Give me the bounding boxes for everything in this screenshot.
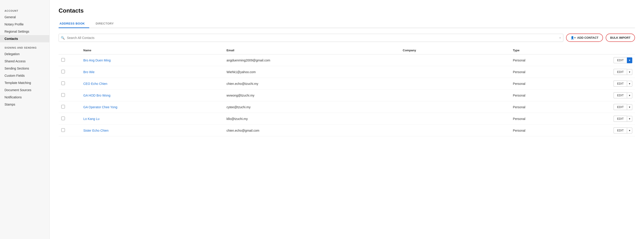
- contact-type: Personal: [510, 113, 576, 125]
- add-contact-button[interactable]: 👤+ ADD CONTACT: [566, 33, 603, 42]
- table-row: GA HOD Bro Wongwvwong@tzuchi.myPersonalE…: [58, 90, 635, 101]
- contact-type: Personal: [510, 54, 576, 66]
- bulk-import-button[interactable]: BULK IMPORT: [606, 33, 635, 42]
- row-checkbox-4[interactable]: [61, 93, 65, 97]
- search-input[interactable]: [58, 34, 563, 42]
- contact-type: Personal: [510, 90, 576, 101]
- contact-email: angduenming2009@gmail.com: [224, 54, 400, 66]
- sidebar-item-stamps[interactable]: Stamps: [0, 101, 49, 108]
- contact-actions: EDIT▾: [576, 90, 635, 101]
- sidebar-signing-group: DelegationShared AccessSending SectionsC…: [0, 50, 49, 108]
- contact-email: cytee@tzuchi.my: [224, 101, 400, 113]
- sidebar-item-sending-sections[interactable]: Sending Sections: [0, 65, 49, 72]
- row-checkbox-6[interactable]: [61, 117, 65, 120]
- table-row: Bro Ang Duen Mingangduenming2009@gmail.c…: [58, 54, 635, 66]
- contact-name-link[interactable]: GA Operator Chee Yong: [83, 105, 118, 109]
- contact-company: [400, 66, 510, 78]
- contact-company: [400, 78, 510, 90]
- col-header-type: Type: [510, 46, 576, 54]
- edit-button-5[interactable]: EDIT: [614, 104, 627, 110]
- table-row: Lo Kang Lukllo@tzuchi.myPersonalEDIT▾: [58, 113, 635, 125]
- tab-directory[interactable]: DIRECTORY: [95, 19, 118, 28]
- edit-button-2[interactable]: EDIT: [614, 69, 627, 75]
- contact-name-link[interactable]: Bro Wie: [83, 70, 95, 74]
- contact-actions: EDIT▾: [576, 66, 635, 78]
- row-checkbox-1[interactable]: [61, 58, 65, 62]
- edit-button-4[interactable]: EDIT: [614, 92, 627, 98]
- col-header-check: [58, 46, 81, 54]
- sidebar-item-template-matching[interactable]: Template Matching: [0, 79, 49, 86]
- table-row: Sister Echo Chienchien.echo@gmail.comPer…: [58, 125, 635, 136]
- search-wrapper: 🔍 ×: [58, 34, 563, 42]
- main-content: Contacts ADDRESS BOOK DIRECTORY 🔍 × 👤+ A…: [50, 0, 644, 239]
- table-row: CEO Echo Chienchien.echo@tzuchi.myPerson…: [58, 78, 635, 90]
- row-checkbox-5[interactable]: [61, 105, 65, 108]
- contact-company: [400, 125, 510, 136]
- contact-actions: EDIT▾: [576, 113, 635, 125]
- contact-type: Personal: [510, 78, 576, 90]
- contact-type: Personal: [510, 66, 576, 78]
- add-contact-icon: 👤+: [570, 36, 576, 39]
- row-checkbox-7[interactable]: [61, 128, 65, 132]
- sidebar-item-document-sources[interactable]: Document Sources: [0, 86, 49, 94]
- row-checkbox-2[interactable]: [61, 70, 65, 73]
- contact-type: Personal: [510, 101, 576, 113]
- signing-section-label: SIGNING AND SENDING: [0, 42, 49, 50]
- add-contact-label: ADD CONTACT: [577, 36, 598, 39]
- contact-name-link[interactable]: Sister Echo Chien: [83, 129, 108, 132]
- sidebar-item-custom-fields[interactable]: Custom Fields: [0, 72, 49, 79]
- contact-actions: EDIT▾: [576, 101, 635, 113]
- tab-address-book[interactable]: ADDRESS BOOK: [58, 19, 89, 28]
- sidebar-item-contacts[interactable]: Contacts: [0, 35, 49, 42]
- table-header: Name Email Company Type: [58, 46, 635, 54]
- bulk-import-label: BULK IMPORT: [610, 36, 630, 39]
- sidebar-item-delegation[interactable]: Delegation: [0, 50, 49, 58]
- tab-bar: ADDRESS BOOK DIRECTORY: [58, 19, 635, 28]
- contact-email: wvwong@tzuchi.my: [224, 90, 400, 101]
- contacts-table: Name Email Company Type Bro Ang Duen Min…: [58, 46, 635, 136]
- col-header-actions: [576, 46, 635, 54]
- search-clear-button[interactable]: ×: [559, 36, 561, 40]
- sidebar-item-general[interactable]: General: [0, 13, 49, 21]
- contact-actions: EDIT▾: [576, 125, 635, 136]
- contact-company: [400, 90, 510, 101]
- contact-name-link[interactable]: GA HOD Bro Wong: [83, 94, 110, 97]
- contact-name-link[interactable]: Bro Ang Duen Ming: [83, 58, 111, 62]
- contact-email: chien.echo@gmail.com: [224, 125, 400, 136]
- row-checkbox-3[interactable]: [61, 81, 65, 85]
- edit-button-6[interactable]: EDIT: [614, 116, 627, 122]
- edit-button-1[interactable]: EDIT: [614, 57, 627, 63]
- contact-name-link[interactable]: CEO Echo Chien: [83, 82, 108, 85]
- edit-button-3[interactable]: EDIT: [614, 81, 627, 87]
- page-title: Contacts: [58, 7, 635, 14]
- edit-dropdown-arrow-3[interactable]: ▾: [627, 81, 632, 87]
- edit-button-7[interactable]: EDIT: [614, 127, 627, 133]
- edit-dropdown-arrow-5[interactable]: ▾: [627, 104, 632, 110]
- col-header-company: Company: [400, 46, 510, 54]
- edit-dropdown-arrow-4[interactable]: ▾: [627, 92, 632, 98]
- contact-name-link[interactable]: Lo Kang Lu: [83, 117, 100, 121]
- sidebar: ACCOUNT GeneralNotary ProfileRegional Se…: [0, 0, 50, 239]
- col-header-email: Email: [224, 46, 400, 54]
- sidebar-item-notifications[interactable]: Notifications: [0, 94, 49, 101]
- contact-actions: EDIT▾: [576, 78, 635, 90]
- edit-dropdown-arrow-1[interactable]: ▾: [627, 57, 632, 63]
- contact-company: [400, 113, 510, 125]
- toolbar: 🔍 × 👤+ ADD CONTACT BULK IMPORT: [58, 33, 635, 42]
- table-row: GA Operator Chee Yongcytee@tzuchi.myPers…: [58, 101, 635, 113]
- contact-actions: EDIT▾: [576, 54, 635, 66]
- sidebar-item-notary-profile[interactable]: Notary Profile: [0, 21, 49, 28]
- sidebar-item-shared-access[interactable]: Shared Access: [0, 58, 49, 65]
- contact-type: Personal: [510, 125, 576, 136]
- account-section-label: ACCOUNT: [0, 5, 49, 13]
- table-row: Bro WieWiehk1@yahoo.comPersonalEDIT▾: [58, 66, 635, 78]
- contact-company: [400, 101, 510, 113]
- col-header-name: Name: [81, 46, 224, 54]
- edit-dropdown-arrow-6[interactable]: ▾: [627, 116, 632, 122]
- contacts-tbody: Bro Ang Duen Mingangduenming2009@gmail.c…: [58, 54, 635, 136]
- contact-email: kllo@tzuchi.my: [224, 113, 400, 125]
- edit-dropdown-arrow-2[interactable]: ▾: [627, 69, 632, 75]
- contact-email: Wiehk1@yahoo.com: [224, 66, 400, 78]
- sidebar-item-regional-settings[interactable]: Regional Settings: [0, 28, 49, 35]
- edit-dropdown-arrow-7[interactable]: ▾: [627, 128, 632, 133]
